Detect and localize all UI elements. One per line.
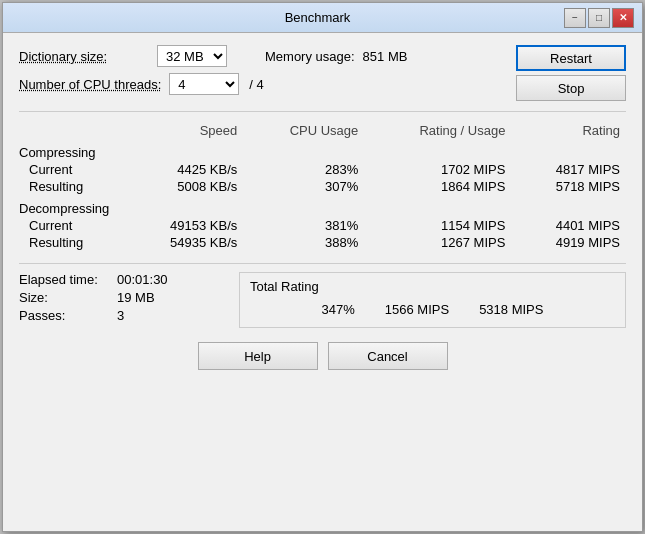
compress-resulting-rating: 5718 MIPS: [511, 178, 626, 195]
footer-buttons: Help Cancel: [19, 342, 626, 370]
total-rating: 5318 MIPS: [479, 302, 543, 317]
col-header-rating: Rating: [511, 122, 626, 139]
table-row: Current 49153 KB/s 381% 1154 MIPS 4401 M…: [19, 217, 626, 234]
size-label: Size:: [19, 290, 109, 305]
divider-top: [19, 111, 626, 112]
total-rating-box: Total Rating 347% 1566 MIPS 5318 MIPS: [239, 272, 626, 328]
restart-button[interactable]: Restart: [516, 45, 626, 71]
total-rating-title: Total Rating: [250, 279, 615, 294]
decompress-resulting-rating-usage: 1267 MIPS: [364, 234, 511, 251]
table-row: Resulting 54935 KB/s 388% 1267 MIPS 4919…: [19, 234, 626, 251]
compress-current-speed: 4425 KB/s: [124, 161, 243, 178]
compress-current-rating: 4817 MIPS: [511, 161, 626, 178]
memory-usage-label: Memory usage:: [265, 49, 355, 64]
total-rating-values: 347% 1566 MIPS 5318 MIPS: [250, 298, 615, 321]
total-cpu: 347%: [322, 302, 355, 317]
window-title: Benchmark: [285, 10, 351, 25]
dictionary-size-row: Dictionary size: 32 MB 64 MB 128 MB 256 …: [19, 45, 496, 67]
decompress-current-cpu: 381%: [243, 217, 364, 234]
compress-resulting-rating-usage: 1864 MIPS: [364, 178, 511, 195]
help-button[interactable]: Help: [198, 342, 318, 370]
decompress-resulting-speed: 54935 KB/s: [124, 234, 243, 251]
col-header-rating-usage: Rating / Usage: [364, 122, 511, 139]
elapsed-value: 00:01:30: [117, 272, 168, 287]
decompress-resulting-cpu: 388%: [243, 234, 364, 251]
cancel-button[interactable]: Cancel: [328, 342, 448, 370]
memory-usage-value: 851 MB: [363, 49, 408, 64]
dictionary-size-select[interactable]: 32 MB 64 MB 128 MB 256 MB: [157, 45, 227, 67]
bottom-section: Elapsed time: 00:01:30 Size: 19 MB Passe…: [19, 263, 626, 328]
col-header-speed: Speed: [124, 122, 243, 139]
stats-panel: Elapsed time: 00:01:30 Size: 19 MB Passe…: [19, 272, 219, 328]
compress-current-cpu: 283%: [243, 161, 364, 178]
top-controls: Dictionary size: 32 MB 64 MB 128 MB 256 …: [19, 45, 626, 101]
table-row: Current 4425 KB/s 283% 1702 MIPS 4817 MI…: [19, 161, 626, 178]
cpu-threads-row: Number of CPU threads: 1 2 4 8 / 4: [19, 73, 496, 95]
col-header-label: [19, 122, 124, 139]
decompress-current-rating-usage: 1154 MIPS: [364, 217, 511, 234]
elapsed-row: Elapsed time: 00:01:30: [19, 272, 219, 287]
cpu-threads-label: Number of CPU threads:: [19, 77, 161, 92]
title-bar: Benchmark − □ ✕: [3, 3, 642, 33]
compressing-label: Compressing: [19, 139, 626, 161]
compress-current-label: Current: [19, 161, 124, 178]
elapsed-label: Elapsed time:: [19, 272, 109, 287]
passes-value: 3: [117, 308, 124, 323]
minimize-button[interactable]: −: [564, 8, 586, 28]
compressing-header-row: Compressing: [19, 139, 626, 161]
compress-resulting-cpu: 307%: [243, 178, 364, 195]
decompress-resulting-label: Resulting: [19, 234, 124, 251]
size-row: Size: 19 MB: [19, 290, 219, 305]
cpu-threads-total: / 4: [249, 77, 263, 92]
table-header-row: Speed CPU Usage Rating / Usage Rating: [19, 122, 626, 139]
decompress-current-rating: 4401 MIPS: [511, 217, 626, 234]
compress-resulting-label: Resulting: [19, 178, 124, 195]
size-value: 19 MB: [117, 290, 155, 305]
col-header-cpu: CPU Usage: [243, 122, 364, 139]
benchmark-table: Speed CPU Usage Rating / Usage Rating Co…: [19, 122, 626, 251]
dictionary-size-label: Dictionary size:: [19, 49, 149, 64]
decompressing-label: Decompressing: [19, 195, 626, 217]
title-buttons: − □ ✕: [564, 8, 634, 28]
compress-resulting-speed: 5008 KB/s: [124, 178, 243, 195]
passes-label: Passes:: [19, 308, 109, 323]
restore-button[interactable]: □: [588, 8, 610, 28]
decompress-current-label: Current: [19, 217, 124, 234]
decompress-resulting-rating: 4919 MIPS: [511, 234, 626, 251]
compress-current-rating-usage: 1702 MIPS: [364, 161, 511, 178]
benchmark-window: Benchmark − □ ✕ Dictionary size: 32 MB 6…: [2, 2, 643, 532]
content-area: Dictionary size: 32 MB 64 MB 128 MB 256 …: [3, 33, 642, 531]
table-row: Resulting 5008 KB/s 307% 1864 MIPS 5718 …: [19, 178, 626, 195]
passes-row: Passes: 3: [19, 308, 219, 323]
cpu-threads-select[interactable]: 1 2 4 8: [169, 73, 239, 95]
close-button[interactable]: ✕: [612, 8, 634, 28]
decompressing-header-row: Decompressing: [19, 195, 626, 217]
left-controls: Dictionary size: 32 MB 64 MB 128 MB 256 …: [19, 45, 496, 95]
decompress-current-speed: 49153 KB/s: [124, 217, 243, 234]
total-rating-usage: 1566 MIPS: [385, 302, 449, 317]
stop-button[interactable]: Stop: [516, 75, 626, 101]
action-buttons: Restart Stop: [516, 45, 626, 101]
